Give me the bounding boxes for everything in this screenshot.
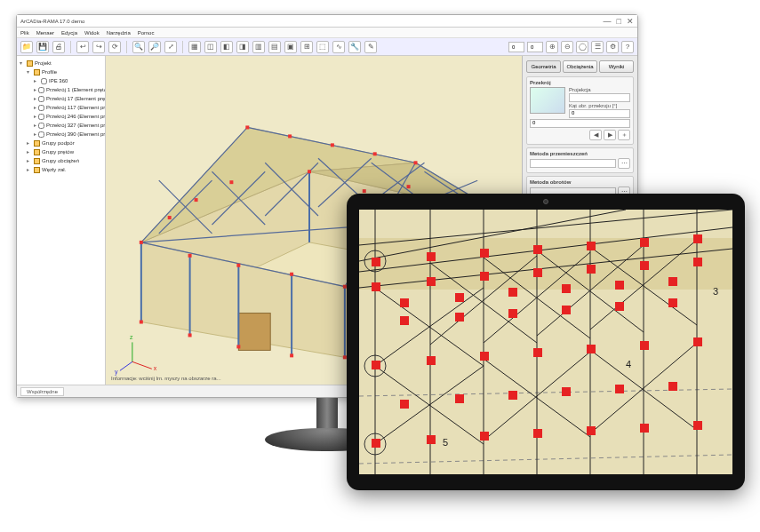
menu-menazer[interactable]: Menaer (36, 30, 54, 36)
metoda-btn-icon[interactable]: ⋯ (618, 158, 630, 169)
svg-text:z: z (130, 334, 133, 340)
svg-rect-38 (188, 254, 192, 258)
svg-rect-144 (587, 426, 596, 435)
svg-rect-122 (455, 293, 464, 302)
view1-icon[interactable]: ▦ (188, 41, 201, 53)
fit-icon[interactable]: ⤢ (164, 41, 177, 53)
svg-line-69 (120, 361, 132, 370)
tree-check[interactable] (38, 87, 44, 93)
help-icon[interactable]: ? (621, 41, 634, 53)
menu-plik[interactable]: Plik (20, 30, 29, 36)
svg-rect-46 (140, 321, 143, 324)
tree-ipe[interactable]: IPE 360 (49, 76, 68, 85)
zoom-in-icon[interactable]: 🔍 (132, 41, 145, 53)
svg-rect-139 (668, 298, 677, 307)
svg-rect-61 (195, 198, 198, 202)
coord-tab[interactable]: Współrzędne (20, 387, 64, 396)
offset-input[interactable]: 0 (530, 119, 630, 128)
tree-check[interactable] (38, 96, 44, 102)
tab-obciazenia[interactable]: Obciążenia (563, 60, 597, 73)
svg-rect-132 (640, 341, 649, 350)
circle-icon[interactable]: ◯ (576, 41, 588, 53)
svg-rect-130 (533, 348, 542, 357)
svg-rect-128 (427, 356, 436, 365)
close-button[interactable]: ✕ (627, 17, 634, 26)
metoda1-input[interactable] (530, 159, 616, 168)
maximize-button[interactable]: □ (617, 17, 621, 26)
monitor-stand (300, 398, 354, 449)
tb-field-2[interactable]: 0 (527, 42, 543, 52)
tree-check[interactable] (38, 105, 44, 111)
tree-check[interactable] (38, 131, 44, 138)
svg-rect-123 (508, 288, 517, 297)
project-tree[interactable]: ▾Projekt ▾Profile ▸IPE 360 ▸Przekrój 1 (… (17, 56, 106, 385)
svg-rect-138 (615, 302, 624, 311)
menu-widok[interactable]: Widok (84, 30, 100, 36)
print-icon[interactable]: 🖨 (52, 41, 65, 53)
tree-item[interactable]: Przekrój 390 (Element prętowy) (46, 130, 106, 139)
minimize-button[interactable]: — (604, 17, 612, 26)
tree-item[interactable]: Przekrój 17 (Element prętowy) (46, 94, 106, 103)
svg-rect-56 (288, 134, 292, 138)
svg-rect-37 (140, 241, 143, 244)
zoom-out-icon[interactable]: 🔎 (148, 41, 161, 53)
view2-icon[interactable]: ◫ (204, 41, 217, 53)
view4-icon[interactable]: ◨ (236, 41, 249, 53)
tree-item[interactable]: Przekrój 246 (Element prętowy) (46, 112, 106, 121)
svg-rect-62 (229, 180, 233, 184)
svg-rect-58 (373, 152, 377, 155)
next-section-icon[interactable]: ▶ (604, 130, 616, 140)
prev-section-icon[interactable]: ◀ (589, 130, 602, 140)
open-icon[interactable]: 📁 (20, 41, 33, 53)
projection-select[interactable] (569, 93, 630, 102)
tree-check[interactable] (38, 114, 44, 120)
refresh-icon[interactable]: ⟳ (108, 41, 121, 53)
view3-icon[interactable]: ◧ (220, 41, 233, 53)
redo-icon[interactable]: ↪ (92, 41, 105, 53)
save-icon[interactable]: 💾 (36, 41, 49, 53)
tree-item[interactable]: Przekrój 1 (Element prętowy) (46, 85, 106, 94)
tree-profile[interactable]: Profile (42, 67, 57, 76)
svg-rect-148 (455, 394, 464, 403)
list-icon[interactable]: ☰ (591, 41, 604, 53)
view7-icon[interactable]: ▣ (284, 41, 297, 53)
add-section-icon[interactable]: ＋ (618, 130, 630, 140)
undo-icon[interactable]: ↩ (76, 41, 89, 53)
menu-pomoc[interactable]: Pomoc (138, 30, 155, 36)
svg-rect-111 (587, 242, 596, 250)
tree-group[interactable]: Grupy podpór (42, 139, 75, 147)
svg-rect-65 (407, 185, 411, 188)
svg-rect-110 (533, 245, 542, 254)
view9-icon[interactable]: ⬚ (316, 41, 329, 53)
svg-rect-151 (615, 385, 624, 393)
menu-edycja[interactable]: Edycja (61, 30, 77, 36)
view6-icon[interactable]: ▤ (268, 41, 281, 53)
tree-group[interactable]: Grupy obciążeń (42, 156, 79, 165)
gear-icon[interactable]: ⚙ (606, 41, 619, 53)
edit-icon[interactable]: ✎ (364, 41, 377, 53)
angle-input[interactable]: 0 (569, 109, 630, 118)
tab-wyniki[interactable]: Wyniki (599, 60, 634, 73)
tree-check-ipe[interactable] (41, 78, 47, 84)
view8-icon[interactable]: ⊞ (300, 41, 313, 53)
menu-narzedzia[interactable]: Narzędzia (107, 30, 131, 36)
minus-icon[interactable]: ⊖ (561, 41, 573, 53)
svg-rect-119 (640, 261, 649, 270)
svg-rect-142 (480, 432, 489, 441)
svg-rect-131 (587, 345, 596, 353)
tablet-viewport[interactable]: 3 4 5 (359, 210, 732, 474)
tree-item[interactable]: Przekrój 327 (Element prętowy) (46, 121, 106, 130)
svg-rect-143 (533, 429, 542, 438)
tb-field-1[interactable]: 0 (508, 42, 524, 52)
tree-item[interactable]: Przekrój 117 (Element prętowy) (46, 103, 106, 112)
svg-rect-140 (372, 439, 380, 448)
tree-root[interactable]: Projekt (35, 59, 52, 67)
plus-icon[interactable]: ⊕ (546, 41, 558, 53)
tab-geometria[interactable]: Geometria (526, 60, 561, 73)
tool-icon[interactable]: 🔧 (348, 41, 361, 53)
tree-check[interactable] (38, 123, 44, 129)
wave-icon[interactable]: ∿ (332, 41, 345, 53)
view5-icon[interactable]: ▥ (252, 41, 265, 53)
tree-group[interactable]: Węzły zał. (42, 165, 66, 174)
tree-group[interactable]: Grupy prętów (42, 147, 74, 156)
